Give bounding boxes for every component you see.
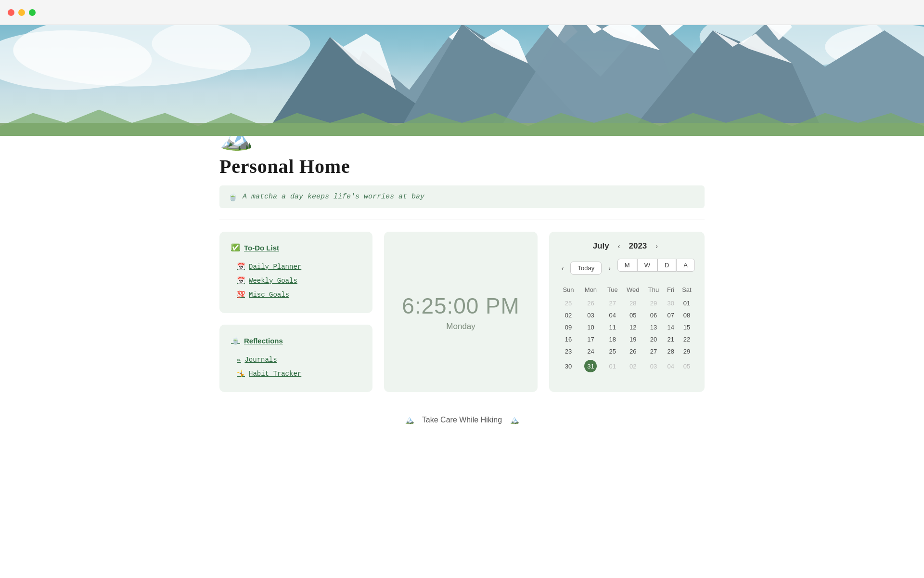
cal-header-tue: Tue [603, 284, 622, 297]
titlebar [0, 0, 924, 25]
calendar-day[interactable]: 27 [644, 345, 663, 357]
calendar-day[interactable]: 23 [559, 345, 578, 357]
calendar-day[interactable]: 20 [644, 333, 663, 345]
calendar-today-button[interactable]: Today [570, 262, 602, 275]
widgets-grid: ✅ To-Do List 📅 Daily Planner 📅 Weekly Go… [219, 232, 705, 392]
left-column: ✅ To-Do List 📅 Daily Planner 📅 Weekly Go… [219, 232, 372, 392]
todo-icon: ✅ [231, 243, 240, 252]
minimize-button[interactable] [18, 9, 25, 16]
section-divider [219, 220, 705, 220]
calendar-day[interactable]: 11 [603, 321, 622, 333]
calendar-day[interactable]: 28 [622, 297, 644, 309]
page-title: Personal Home [219, 155, 705, 178]
calendar-next-month[interactable]: › [653, 241, 661, 251]
calendar-grid: Sun Mon Tue Wed Thu Fri Sat 252627282930… [559, 284, 695, 375]
calendar-year: 2023 [629, 241, 647, 251]
calendar-day[interactable]: 02 [622, 357, 644, 375]
calendar-day[interactable]: 25 [559, 297, 578, 309]
calendar-day[interactable]: 24 [578, 345, 603, 357]
calendar-view-week[interactable]: W [637, 259, 657, 272]
calendar-day[interactable]: 02 [559, 309, 578, 321]
calendar-day[interactable]: 22 [679, 333, 695, 345]
calendar-day[interactable]: 04 [603, 309, 622, 321]
daily-planner-item[interactable]: 📅 Daily Planner [231, 260, 361, 274]
daily-planner-icon: 📅 [237, 263, 245, 271]
calendar-day[interactable]: 27 [603, 297, 622, 309]
cal-header-sat: Sat [679, 284, 695, 297]
calendar-day[interactable]: 26 [578, 297, 603, 309]
weekly-goals-icon: 📅 [237, 276, 245, 285]
calendar-month: July [593, 241, 609, 251]
calendar-day[interactable]: 05 [679, 357, 695, 375]
quote-block: 🍵 A matcha a day keeps life's worries at… [219, 185, 705, 208]
calendar-day[interactable]: 19 [622, 333, 644, 345]
weekly-goals-item[interactable]: 📅 Weekly Goals [231, 274, 361, 288]
calendar-view-month[interactable]: M [617, 259, 637, 272]
bottom-icon-right: 🏔️ [510, 415, 519, 424]
calendar-day[interactable]: 13 [644, 321, 663, 333]
cal-header-wed: Wed [622, 284, 644, 297]
reflections-widget: 🍵 Reflections ✏️ Journals 🤸 Habit Tracke… [219, 325, 372, 392]
reflections-title-text: Reflections [244, 337, 283, 345]
todo-widget-title: ✅ To-Do List [231, 243, 361, 252]
calendar-day[interactable]: 01 [679, 297, 695, 309]
calendar-day[interactable]: 03 [578, 309, 603, 321]
calendar-day[interactable]: 03 [644, 357, 663, 375]
calendar-day[interactable]: 28 [663, 345, 679, 357]
calendar-day[interactable]: 29 [644, 297, 663, 309]
cal-header-fri: Fri [663, 284, 679, 297]
calendar-day[interactable]: 17 [578, 333, 603, 345]
todo-widget: ✅ To-Do List 📅 Daily Planner 📅 Weekly Go… [219, 232, 372, 313]
calendar-day[interactable]: 06 [644, 309, 663, 321]
calendar-day[interactable]: 04 [663, 357, 679, 375]
calendar-day[interactable]: 25 [603, 345, 622, 357]
calendar-day[interactable]: 26 [622, 345, 644, 357]
calendar-prev-btn[interactable]: ‹ [559, 263, 567, 273]
journals-item[interactable]: ✏️ Journals [231, 353, 361, 367]
hero-banner [0, 25, 924, 136]
calendar-day[interactable]: 08 [679, 309, 695, 321]
close-button[interactable] [8, 9, 14, 16]
calendar-day[interactable]: 16 [559, 333, 578, 345]
quote-icon: 🍵 [228, 192, 238, 201]
habit-tracker-icon: 🤸 [237, 369, 245, 378]
journals-icon: ✏️ [237, 355, 241, 364]
todo-title-text: To-Do List [244, 244, 279, 252]
calendar-prev-month[interactable]: ‹ [615, 241, 623, 251]
calendar-day[interactable]: 31 [578, 357, 603, 375]
habit-tracker-label: Habit Tracker [249, 370, 301, 378]
calendar-view-buttons: M W D A [617, 259, 695, 272]
calendar-header: July ‹ 2023 › [559, 241, 695, 251]
quote-text: A matcha a day keeps life's worries at b… [243, 193, 424, 201]
calendar-day[interactable]: 14 [663, 321, 679, 333]
calendar-day[interactable]: 07 [663, 309, 679, 321]
reflections-icon: 🍵 [231, 336, 240, 345]
cal-header-sun: Sun [559, 284, 578, 297]
misc-goals-icon: 💯 [237, 290, 245, 299]
calendar-controls: ‹ Today › M W D A [559, 259, 695, 277]
calendar-widget: July ‹ 2023 › ‹ Today › M W D A [549, 232, 705, 392]
journals-label: Journals [244, 356, 277, 364]
calendar-day[interactable]: 15 [679, 321, 695, 333]
maximize-button[interactable] [29, 9, 36, 16]
calendar-view-day[interactable]: D [657, 259, 676, 272]
daily-planner-label: Daily Planner [249, 263, 301, 271]
habit-tracker-item[interactable]: 🤸 Habit Tracker [231, 367, 361, 381]
misc-goals-label: Misc Goals [249, 291, 289, 299]
calendar-view-agenda[interactable]: A [676, 259, 695, 272]
calendar-day[interactable]: 30 [663, 297, 679, 309]
calendar-day[interactable]: 10 [578, 321, 603, 333]
calendar-day[interactable]: 12 [622, 321, 644, 333]
clock-day: Monday [446, 322, 475, 331]
misc-goals-item[interactable]: 💯 Misc Goals [231, 288, 361, 302]
calendar-day[interactable]: 18 [603, 333, 622, 345]
clock-widget: 6:25:00 PM Monday [384, 232, 537, 392]
calendar-day[interactable]: 21 [663, 333, 679, 345]
reflections-widget-title: 🍵 Reflections [231, 336, 361, 345]
calendar-next-btn[interactable]: › [605, 263, 614, 273]
calendar-day[interactable]: 01 [603, 357, 622, 375]
calendar-day[interactable]: 05 [622, 309, 644, 321]
calendar-day[interactable]: 09 [559, 321, 578, 333]
calendar-day[interactable]: 30 [559, 357, 578, 375]
calendar-day[interactable]: 29 [679, 345, 695, 357]
